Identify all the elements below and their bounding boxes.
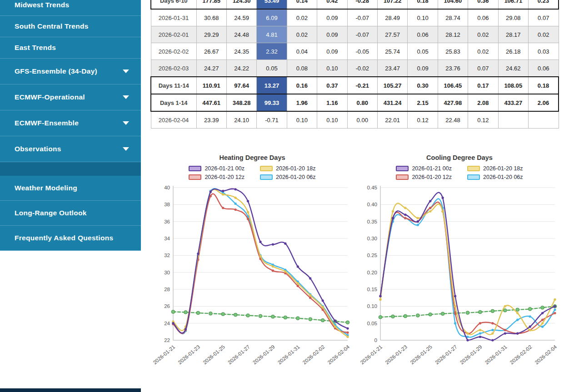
footer-bar [0, 388, 141, 392]
table-cell-date: 2026-02-02 [151, 43, 196, 60]
table-cell: 427.98 [438, 94, 468, 111]
table-cell: 2.06 [528, 94, 559, 111]
sidebar-item-gfs-ensemble-34-day[interactable]: GFS-Ensemble (34-Day) [0, 59, 141, 84]
svg-text:30: 30 [164, 270, 170, 275]
sidebar-item-ecmwf-operational[interactable]: ECMWF-Operational [0, 84, 141, 110]
table-cell: 1.16 [317, 94, 347, 111]
svg-text:2026-01-25: 2026-01-25 [409, 344, 433, 365]
sidebar-nav: Midwest TrendsSouth Central TrendsEast T… [0, 0, 141, 251]
table-cell: 0.42 [317, 0, 347, 9]
cdd-legend: 2026-01-21 00z2026-01-20 18z2026-01-20 1… [359, 165, 559, 180]
table-cell: 53.49 [257, 0, 287, 9]
table-cell-date: 2026-02-03 [151, 60, 196, 77]
table-cell-date: Days 1-14 [151, 94, 196, 111]
legend-swatch-icon [467, 174, 480, 180]
table-cell: 0.10 [408, 9, 438, 26]
svg-text:2026-01-21: 2026-01-21 [152, 344, 176, 365]
sidebar-divider [0, 162, 141, 176]
table-cell: 0.36 [468, 0, 498, 9]
table-cell: 447.61 [196, 94, 226, 111]
sidebar-item-label: ECMWF-Ensemble [15, 119, 79, 127]
svg-text:2026-01-23: 2026-01-23 [384, 344, 408, 365]
table-cell: 26.18 [498, 43, 528, 60]
table-cell: 26.67 [196, 43, 226, 60]
table-cell: 0.02 [468, 26, 498, 43]
table-cell: 106.71 [498, 0, 528, 9]
sidebar-item-midwest-trends[interactable]: Midwest Trends [0, 0, 141, 16]
svg-text:26: 26 [164, 303, 170, 309]
table-cell: 108.05 [498, 77, 528, 94]
chevron-down-icon [123, 121, 129, 125]
sidebar-item-label: Frequently Asked Questions [15, 234, 113, 242]
main-content: Days 6-10177.85124.3053.490.140.42-0.281… [141, 0, 564, 392]
table-cell: 104.60 [438, 0, 468, 9]
sidebar-item-long-range-outlook[interactable]: Long-Range Outlook [0, 201, 141, 226]
table-row: 2026-01-3130.6824.596.090.020.09-0.0728.… [151, 9, 559, 26]
table-cell: 0.04 [287, 43, 317, 60]
table-cell: 106.45 [438, 77, 468, 94]
table-cell: 6.09 [257, 9, 287, 26]
table-cell: 348.28 [226, 94, 256, 111]
table-row: 2026-02-0324.2724.220.050.080.10-0.0223.… [151, 60, 559, 77]
table-cell: 0.02 [287, 9, 317, 26]
legend-swatch-icon [396, 174, 409, 180]
table-cell: -0.71 [257, 111, 287, 129]
hdd-legend: 2026-01-21 00z2026-01-20 18z2026-01-20 1… [152, 165, 352, 180]
table-cell: 0.08 [287, 60, 317, 77]
table-cell-date: 2026-02-04 [151, 111, 196, 129]
table-cell: -0.28 [347, 0, 377, 9]
svg-text:28: 28 [164, 287, 170, 292]
table-cell: 177.85 [196, 0, 226, 9]
svg-text:34: 34 [164, 236, 170, 241]
table-cell: 28.12 [438, 26, 468, 43]
sidebar-item-south-central-trends[interactable]: South Central Trends [0, 16, 141, 37]
table-cell: 0.06 [528, 60, 559, 77]
table-cell: 24.62 [498, 60, 528, 77]
table-cell: 4.81 [257, 26, 287, 43]
sidebar-item-weather-modeling[interactable]: Weather Modeling [0, 176, 141, 201]
forecast-table: Days 6-10177.85124.3053.490.140.42-0.281… [150, 0, 559, 129]
table-cell: 28.49 [377, 9, 407, 26]
table-cell: -0.07 [347, 9, 377, 26]
chevron-down-icon [123, 69, 129, 73]
table-cell: 0.14 [287, 0, 317, 9]
svg-text:36: 36 [164, 219, 170, 224]
table-cell: 0.02 [287, 26, 317, 43]
table-cell: 0.07 [528, 9, 559, 26]
table-cell: 0.10 [287, 111, 317, 129]
table-cell: 110.91 [196, 77, 226, 94]
sidebar-item-ecmwf-ensemble[interactable]: ECMWF-Ensemble [0, 110, 141, 136]
table-cell: 0.05 [408, 43, 438, 60]
table-cell: 27.57 [377, 26, 407, 43]
svg-text:2026-01-27: 2026-01-27 [227, 344, 251, 365]
table-cell: -0.02 [347, 60, 377, 77]
cdd-chart-title: Cooling Degree Days [359, 154, 559, 161]
svg-text:2026-01-29: 2026-01-29 [252, 344, 276, 365]
sidebar-item-label: Midwest Trends [15, 1, 69, 9]
sidebar-item-label: South Central Trends [15, 22, 89, 30]
table-cell: 0.07 [468, 60, 498, 77]
legend-swatch-icon [189, 166, 201, 171]
table-cell: 2.15 [408, 94, 438, 111]
sidebar-item-label: Observations [15, 145, 61, 153]
svg-text:0.30: 0.30 [367, 236, 377, 241]
legend-entry: 2026-01-20 06z [260, 174, 316, 180]
table-cell: 30.68 [196, 9, 226, 26]
table-cell: 23.76 [438, 60, 468, 77]
table-cell: 0.02 [468, 43, 498, 60]
svg-text:0.10: 0.10 [367, 303, 377, 309]
legend-swatch-icon [260, 174, 273, 180]
table-row: Days 11-14110.9197.6413.270.160.37-0.211… [151, 77, 559, 94]
sidebar-item-observations[interactable]: Observations [0, 136, 141, 162]
table-row: 2026-02-0129.2924.484.810.020.09-0.0727.… [151, 26, 559, 43]
table-cell: 431.24 [377, 94, 407, 111]
table-cell: 22.01 [377, 111, 407, 129]
svg-text:2026-02-04: 2026-02-04 [534, 344, 558, 365]
sidebar-item-east-trends[interactable]: East Trends [0, 37, 141, 59]
legend-swatch-icon [396, 166, 409, 171]
sidebar-item-label: GFS-Ensemble (34-Day) [15, 67, 97, 75]
table-cell: 124.30 [226, 0, 256, 9]
table-cell: 0.06 [468, 9, 498, 26]
sidebar-item-frequently-asked-questions[interactable]: Frequently Asked Questions [0, 226, 141, 251]
svg-text:2026-01-31: 2026-01-31 [277, 344, 301, 365]
